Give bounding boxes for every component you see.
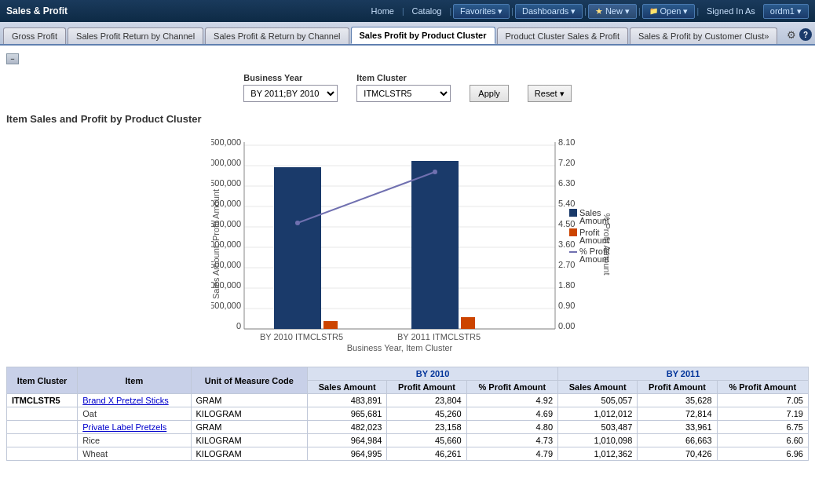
col-header-sales-2010: Sales Amount bbox=[308, 381, 387, 394]
cell-pct-2011: 7.19 bbox=[717, 407, 808, 421]
svg-text:BY 2010 ITMCLSTR5: BY 2010 ITMCLSTR5 bbox=[260, 332, 343, 341]
bar-by2010-sales bbox=[274, 167, 321, 329]
cell-sales-2010: 964,984 bbox=[308, 434, 387, 447]
svg-text:3.60: 3.60 bbox=[558, 239, 575, 249]
cell-profit-2010: 23,158 bbox=[387, 421, 466, 434]
col-header-item: Item bbox=[78, 367, 191, 394]
data-table: Item Cluster Item Unit of Measure Code B… bbox=[6, 367, 809, 461]
app-title: Sales & Profit bbox=[6, 5, 68, 16]
col-header-pct-2011: % Profit Amount bbox=[717, 381, 808, 394]
item-cluster-select[interactable]: ITMCLSTR5 bbox=[356, 85, 451, 102]
svg-text:1.80: 1.80 bbox=[558, 280, 575, 290]
nav-home[interactable]: Home bbox=[365, 5, 400, 17]
cell-item[interactable]: Private Label Pretzels bbox=[78, 421, 191, 434]
col-header-pct-2010: % Profit Amount bbox=[466, 381, 557, 394]
cell-item[interactable]: Oat bbox=[78, 407, 191, 421]
col-header-sales-2011: Sales Amount bbox=[558, 381, 638, 394]
cell-sales-2011: 1,010,098 bbox=[558, 434, 638, 447]
help-icon[interactable]: ? bbox=[799, 28, 812, 41]
tabs-bar: Gross Profit Sales Profit Return by Chan… bbox=[0, 22, 815, 46]
col-header-by2011: BY 2011 bbox=[558, 367, 809, 381]
filters-toolbar: Business Year BY 2011;BY 2010 Item Clust… bbox=[6, 68, 809, 110]
cell-sales-2010: 483,891 bbox=[308, 394, 387, 407]
chart-container: 0 500,000 1,000,000 1,500,000 2,000,000 … bbox=[6, 131, 809, 363]
cell-pct-2011: 6.75 bbox=[717, 421, 808, 434]
tab-action-icons: ⚙ ? bbox=[787, 28, 812, 44]
cell-profit-2011: 33,961 bbox=[638, 421, 717, 434]
svg-text:0: 0 bbox=[236, 321, 241, 331]
col-header-by2010: BY 2010 bbox=[308, 367, 558, 381]
table-row: ITMCLSTR5 Brand X Pretzel Sticks GRAM 48… bbox=[7, 394, 809, 407]
svg-text:4.50: 4.50 bbox=[558, 219, 575, 228]
cell-profit-2010: 45,660 bbox=[387, 434, 466, 447]
apply-button[interactable]: Apply bbox=[470, 85, 509, 102]
cell-item[interactable]: Brand X Pretzel Sticks bbox=[78, 394, 191, 407]
cell-pct-2010: 4.80 bbox=[466, 421, 557, 434]
cell-sales-2010: 482,023 bbox=[308, 421, 387, 434]
svg-text:2.70: 2.70 bbox=[558, 260, 575, 269]
tab-sales-profit-return-channel[interactable]: Sales Profit Return by Channel bbox=[68, 27, 203, 44]
business-year-select[interactable]: BY 2011;BY 2010 bbox=[243, 85, 338, 102]
nav-user-dropdown[interactable]: ordm1 ▾ bbox=[763, 4, 809, 19]
nav-new-dropdown[interactable]: ★ New ▾ bbox=[588, 4, 637, 19]
svg-text:Business Year, Item Cluster: Business Year, Item Cluster bbox=[347, 343, 453, 352]
cell-uom: GRAM bbox=[191, 394, 308, 407]
legend-sales-color bbox=[569, 209, 577, 217]
cell-profit-2011: 35,628 bbox=[638, 394, 717, 407]
minimize-button[interactable]: − bbox=[6, 53, 19, 64]
chart-area: 0 500,000 1,000,000 1,500,000 2,000,000 … bbox=[211, 134, 604, 354]
cell-profit-2011: 70,426 bbox=[638, 447, 717, 461]
cell-uom: KILOGRAM bbox=[191, 447, 308, 461]
table-row: Wheat KILOGRAM 964,995 46,261 4.79 1,012… bbox=[7, 447, 809, 461]
cell-pct-2011: 6.96 bbox=[717, 447, 808, 461]
nav-dashboards-dropdown[interactable]: Dashboards ▾ bbox=[515, 4, 583, 19]
cell-item[interactable]: Rice bbox=[78, 434, 191, 447]
col-header-profit-2010: Profit Amount bbox=[387, 381, 466, 394]
legend-pct-label2: Amount bbox=[579, 254, 609, 264]
cell-profit-2011: 66,663 bbox=[638, 434, 717, 447]
tab-sales-profit-customer-clust[interactable]: Sales & Profit by Customer Clust» bbox=[630, 27, 777, 44]
cell-cluster bbox=[7, 421, 78, 434]
cell-cluster: ITMCLSTR5 bbox=[7, 394, 78, 407]
tab-sales-profit-product-cluster[interactable]: Sales Profit by Product Cluster bbox=[351, 27, 495, 44]
reset-button[interactable]: Reset ▾ bbox=[528, 85, 572, 102]
nav-links: Home | Catalog | Favorites ▾ | Dashboard… bbox=[365, 4, 809, 19]
bar-chart: 0 500,000 1,000,000 1,500,000 2,000,000 … bbox=[211, 134, 619, 354]
cell-sales-2011: 1,012,012 bbox=[558, 407, 638, 421]
cell-uom: KILOGRAM bbox=[191, 434, 308, 447]
col-header-profit-2011: Profit Amount bbox=[638, 381, 717, 394]
svg-text:0.90: 0.90 bbox=[558, 301, 575, 310]
tab-product-cluster-sales-profit[interactable]: Product Cluster Sales & Profit bbox=[497, 27, 629, 44]
section-title: Item Sales and Profit by Product Cluster bbox=[6, 110, 809, 131]
svg-text:0.00: 0.00 bbox=[558, 321, 575, 331]
cell-pct-2010: 4.79 bbox=[466, 447, 557, 461]
item-cluster-filter-group: Item Cluster ITMCLSTR5 bbox=[356, 73, 451, 102]
cell-uom: GRAM bbox=[191, 421, 308, 434]
tab-gross-profit[interactable]: Gross Profit bbox=[3, 27, 66, 44]
tab-sales-profit-return-channel2[interactable]: Sales Profit & Return by Channel bbox=[205, 27, 349, 44]
cell-cluster bbox=[7, 407, 78, 421]
cell-item[interactable]: Wheat bbox=[78, 447, 191, 461]
cell-profit-2010: 46,261 bbox=[387, 447, 466, 461]
bar-by2010-profit bbox=[323, 321, 338, 329]
svg-text:500,000: 500,000 bbox=[211, 301, 241, 310]
legend-sales-label2: Amount bbox=[579, 216, 609, 225]
cell-pct-2011: 6.60 bbox=[717, 434, 808, 447]
svg-text:BY 2011 ITMCLSTR5: BY 2011 ITMCLSTR5 bbox=[397, 332, 481, 341]
settings-icon[interactable]: ⚙ bbox=[787, 29, 796, 41]
svg-text:4,000,000: 4,000,000 bbox=[211, 158, 241, 167]
nav-open-dropdown[interactable]: 📁 Open ▾ bbox=[642, 4, 696, 19]
svg-text:8.10: 8.10 bbox=[558, 137, 575, 147]
svg-text:4,500,000: 4,500,000 bbox=[211, 137, 241, 147]
nav-favorites-dropdown[interactable]: Favorites ▾ bbox=[453, 4, 510, 19]
cell-profit-2010: 45,260 bbox=[387, 407, 466, 421]
top-navigation: Sales & Profit Home | Catalog | Favorite… bbox=[0, 0, 815, 22]
cell-profit-2010: 23,804 bbox=[387, 394, 466, 407]
cell-sales-2011: 503,487 bbox=[558, 421, 638, 434]
cell-pct-2010: 4.69 bbox=[466, 407, 557, 421]
col-header-item-cluster: Item Cluster bbox=[7, 367, 78, 394]
nav-catalog[interactable]: Catalog bbox=[406, 5, 448, 17]
cell-cluster bbox=[7, 447, 78, 461]
table-row: Rice KILOGRAM 964,984 45,660 4.73 1,010,… bbox=[7, 434, 809, 447]
cell-sales-2011: 505,057 bbox=[558, 394, 638, 407]
